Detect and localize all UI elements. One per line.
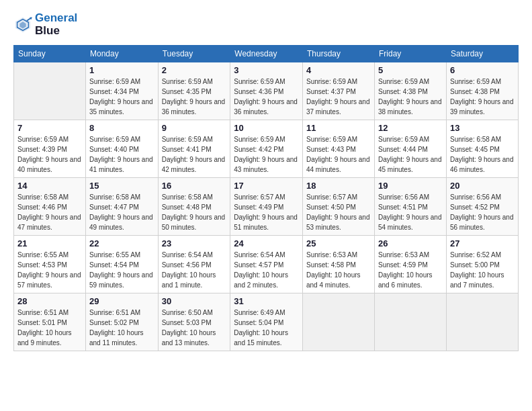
day-number: 1 [89,65,154,75]
header-sunday: Sunday [14,46,86,62]
day-number: 30 [162,296,227,306]
calendar-header-row: SundayMondayTuesdayWednesdayThursdayFrid… [14,46,519,62]
calendar-cell: 22Sunrise: 6:55 AMSunset: 4:54 PMDayligh… [86,236,159,293]
day-number: 31 [234,296,299,306]
day-info: Sunrise: 6:59 AMSunset: 4:37 PMDaylight:… [306,77,371,117]
week-row-5: 28Sunrise: 6:51 AMSunset: 5:01 PMDayligh… [14,293,519,351]
calendar-cell [302,293,374,351]
header-thursday: Thursday [302,46,374,62]
day-info: Sunrise: 6:59 AMSunset: 4:38 PMDaylight:… [450,77,515,117]
calendar-cell: 5Sunrise: 6:59 AMSunset: 4:38 PMDaylight… [374,62,446,120]
day-info: Sunrise: 6:55 AMSunset: 4:53 PMDaylight:… [17,250,82,290]
day-info: Sunrise: 6:58 AMSunset: 4:48 PMDaylight:… [162,192,227,232]
day-number: 5 [378,65,443,75]
header-tuesday: Tuesday [158,46,230,62]
day-info: Sunrise: 6:49 AMSunset: 5:04 PMDaylight:… [234,308,299,348]
day-number: 7 [17,123,82,133]
day-info: Sunrise: 6:59 AMSunset: 4:41 PMDaylight:… [162,134,227,175]
day-number: 13 [450,123,515,133]
day-info: Sunrise: 6:59 AMSunset: 4:34 PMDaylight:… [89,77,154,117]
week-row-1: 1Sunrise: 6:59 AMSunset: 4:34 PMDaylight… [14,62,519,120]
day-info: Sunrise: 6:59 AMSunset: 4:43 PMDaylight:… [306,134,371,175]
day-number: 14 [17,181,82,191]
header: General Blue [13,12,519,37]
calendar-cell: 15Sunrise: 6:58 AMSunset: 4:47 PMDayligh… [86,178,159,236]
day-number: 17 [234,181,299,191]
day-info: Sunrise: 6:57 AMSunset: 4:49 PMDaylight:… [234,192,299,232]
day-info: Sunrise: 6:59 AMSunset: 4:36 PMDaylight:… [234,77,299,117]
day-info: Sunrise: 6:56 AMSunset: 4:51 PMDaylight:… [378,192,443,232]
calendar-cell: 14Sunrise: 6:58 AMSunset: 4:46 PMDayligh… [14,178,86,236]
calendar-cell: 11Sunrise: 6:59 AMSunset: 4:43 PMDayligh… [302,120,374,178]
calendar-cell [14,62,86,120]
calendar-cell: 13Sunrise: 6:58 AMSunset: 4:45 PMDayligh… [446,120,518,178]
calendar-cell: 29Sunrise: 6:51 AMSunset: 5:02 PMDayligh… [86,293,159,351]
day-info: Sunrise: 6:57 AMSunset: 4:50 PMDaylight:… [306,192,371,232]
calendar-cell: 31Sunrise: 6:49 AMSunset: 5:04 PMDayligh… [230,293,303,351]
calendar-cell: 28Sunrise: 6:51 AMSunset: 5:01 PMDayligh… [14,293,86,351]
calendar-cell [446,293,518,351]
day-number: 6 [450,65,515,75]
day-number: 10 [234,123,299,133]
day-info: Sunrise: 6:54 AMSunset: 4:57 PMDaylight:… [234,250,299,290]
calendar-cell: 6Sunrise: 6:59 AMSunset: 4:38 PMDaylight… [446,62,518,120]
day-number: 25 [306,238,371,248]
day-info: Sunrise: 6:53 AMSunset: 4:59 PMDaylight:… [378,250,443,290]
day-info: Sunrise: 6:58 AMSunset: 4:45 PMDaylight:… [450,134,515,175]
day-info: Sunrise: 6:53 AMSunset: 4:58 PMDaylight:… [306,250,371,290]
header-wednesday: Wednesday [230,46,303,62]
day-info: Sunrise: 6:52 AMSunset: 5:00 PMDaylight:… [450,250,515,290]
day-info: Sunrise: 6:58 AMSunset: 4:47 PMDaylight:… [89,192,154,232]
day-info: Sunrise: 6:59 AMSunset: 4:35 PMDaylight:… [162,77,227,117]
header-monday: Monday [86,46,159,62]
calendar-cell: 7Sunrise: 6:59 AMSunset: 4:39 PMDaylight… [14,120,86,178]
calendar-cell: 12Sunrise: 6:59 AMSunset: 4:44 PMDayligh… [374,120,446,178]
calendar-cell [374,293,446,351]
day-number: 2 [162,65,227,75]
logo: General Blue [13,12,77,37]
day-number: 29 [89,296,154,306]
day-info: Sunrise: 6:50 AMSunset: 5:03 PMDaylight:… [162,308,227,348]
day-info: Sunrise: 6:58 AMSunset: 4:46 PMDaylight:… [17,192,82,232]
calendar-cell: 21Sunrise: 6:55 AMSunset: 4:53 PMDayligh… [14,236,86,293]
day-number: 22 [89,238,154,248]
calendar-cell: 16Sunrise: 6:58 AMSunset: 4:48 PMDayligh… [158,178,230,236]
day-number: 16 [162,181,227,191]
day-number: 8 [89,123,154,133]
calendar-cell: 8Sunrise: 6:59 AMSunset: 4:40 PMDaylight… [86,120,159,178]
day-number: 26 [378,238,443,248]
header-friday: Friday [374,46,446,62]
day-info: Sunrise: 6:59 AMSunset: 4:42 PMDaylight:… [234,134,299,175]
day-number: 21 [17,238,82,248]
day-number: 24 [234,238,299,248]
calendar-cell: 30Sunrise: 6:50 AMSunset: 5:03 PMDayligh… [158,293,230,351]
day-number: 27 [450,238,515,248]
day-info: Sunrise: 6:55 AMSunset: 4:54 PMDaylight:… [89,250,154,290]
day-info: Sunrise: 6:56 AMSunset: 4:52 PMDaylight:… [450,192,515,232]
calendar-cell: 25Sunrise: 6:53 AMSunset: 4:58 PMDayligh… [302,236,374,293]
day-number: 19 [378,181,443,191]
logo-icon [13,15,32,34]
calendar-cell: 24Sunrise: 6:54 AMSunset: 4:57 PMDayligh… [230,236,303,293]
main-container: General Blue SundayMondayTuesdayWednesda… [0,0,532,358]
day-info: Sunrise: 6:59 AMSunset: 4:40 PMDaylight:… [89,134,154,175]
calendar-cell: 18Sunrise: 6:57 AMSunset: 4:50 PMDayligh… [302,178,374,236]
day-number: 15 [89,181,154,191]
day-number: 9 [162,123,227,133]
calendar-cell: 23Sunrise: 6:54 AMSunset: 4:56 PMDayligh… [158,236,230,293]
calendar-table: SundayMondayTuesdayWednesdayThursdayFrid… [13,45,519,351]
calendar-cell: 4Sunrise: 6:59 AMSunset: 4:37 PMDaylight… [302,62,374,120]
day-number: 18 [306,181,371,191]
day-number: 4 [306,65,371,75]
calendar-cell: 2Sunrise: 6:59 AMSunset: 4:35 PMDaylight… [158,62,230,120]
logo-text: General Blue [35,12,77,37]
calendar-cell: 27Sunrise: 6:52 AMSunset: 5:00 PMDayligh… [446,236,518,293]
calendar-cell: 9Sunrise: 6:59 AMSunset: 4:41 PMDaylight… [158,120,230,178]
week-row-4: 21Sunrise: 6:55 AMSunset: 4:53 PMDayligh… [14,236,519,293]
calendar-cell: 3Sunrise: 6:59 AMSunset: 4:36 PMDaylight… [230,62,303,120]
calendar-cell: 10Sunrise: 6:59 AMSunset: 4:42 PMDayligh… [230,120,303,178]
day-number: 20 [450,181,515,191]
calendar-cell: 1Sunrise: 6:59 AMSunset: 4:34 PMDaylight… [86,62,159,120]
calendar-cell: 17Sunrise: 6:57 AMSunset: 4:49 PMDayligh… [230,178,303,236]
day-number: 12 [378,123,443,133]
